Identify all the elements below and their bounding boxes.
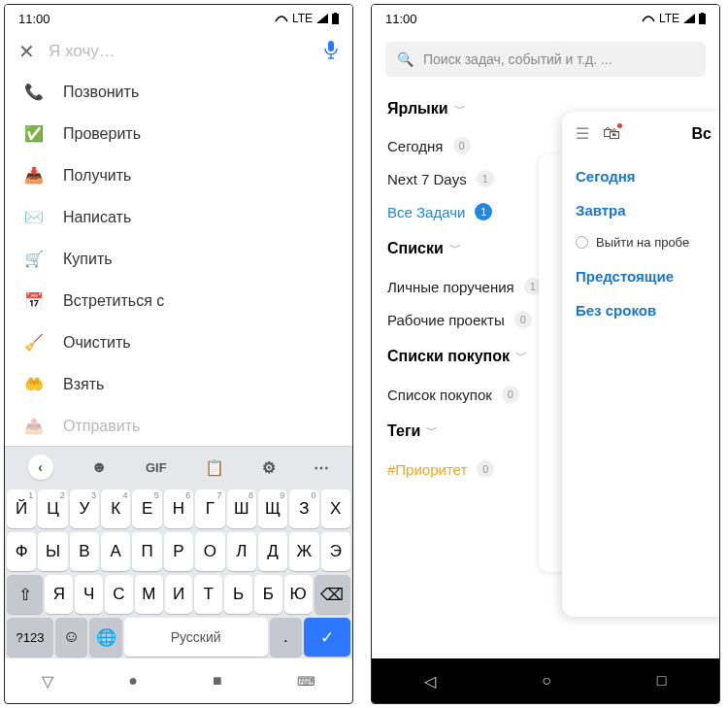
- inbox-icon: 📥: [24, 166, 44, 185]
- android-navbar: ◁ ○ □: [372, 658, 719, 703]
- status-time: 11:00: [18, 12, 50, 26]
- key[interactable]: Й1: [7, 489, 36, 528]
- emoji-key[interactable]: ☺: [55, 618, 87, 657]
- enter-key[interactable]: ✓: [304, 618, 350, 657]
- back-icon[interactable]: ▽: [42, 672, 53, 691]
- close-icon[interactable]: ✕: [18, 40, 35, 63]
- suggestion-item[interactable]: 🤲Взять: [5, 363, 352, 405]
- task-item[interactable]: Выйти на пробе: [576, 227, 711, 259]
- status-icons: LTE: [275, 12, 339, 25]
- cart-icon: 🛒: [24, 250, 44, 268]
- shift-key[interactable]: ⇧: [7, 575, 43, 614]
- filter-nodate[interactable]: Без сроков: [576, 293, 711, 327]
- gear-icon[interactable]: ⚙: [262, 458, 276, 477]
- sticker-icon[interactable]: ☻: [91, 458, 108, 476]
- task-input[interactable]: Я хочу…: [49, 42, 310, 61]
- globe-key[interactable]: 🌐: [89, 618, 121, 657]
- key[interactable]: К4: [101, 489, 130, 528]
- home-icon[interactable]: ○: [542, 672, 551, 690]
- key[interactable]: Ш8: [227, 489, 256, 528]
- basket-icon[interactable]: 🛍: [603, 123, 620, 144]
- key[interactable]: Г7: [195, 489, 224, 528]
- suggestion-item[interactable]: 📅Встретиться с: [5, 280, 352, 321]
- svg-rect-1: [334, 13, 337, 14]
- key[interactable]: Ч: [75, 575, 103, 614]
- keyboard: ‹ ☻ GIF 📋 ⚙ ⋯ Й1 Ц2 У3 К4 Е5 Н6 Г7 Ш8 Щ9…: [5, 446, 352, 658]
- status-icons: LTE: [642, 12, 706, 25]
- key[interactable]: Р: [164, 532, 193, 571]
- mail-icon: ✉️: [24, 208, 44, 226]
- key[interactable]: Д: [258, 532, 287, 571]
- key[interactable]: П: [132, 532, 161, 571]
- space-key[interactable]: Русский: [124, 618, 268, 657]
- key[interactable]: З0: [289, 489, 318, 528]
- key[interactable]: М: [135, 575, 163, 614]
- suggestion-item[interactable]: 🧹Очистить: [5, 321, 352, 363]
- recent-icon[interactable]: ■: [213, 672, 222, 690]
- filter-today[interactable]: Сегодня: [576, 159, 711, 193]
- key[interactable]: Е5: [132, 489, 161, 528]
- recent-icon[interactable]: □: [657, 672, 667, 690]
- key[interactable]: С: [105, 575, 133, 614]
- key[interactable]: У3: [70, 489, 99, 528]
- key[interactable]: Э: [321, 532, 350, 571]
- phone-left: 11:00 LTE ✕ Я хочу… 📞Позвонить ✅Проверит…: [4, 4, 353, 704]
- phone-icon: 📞: [24, 83, 44, 101]
- symbols-key[interactable]: ?123: [7, 618, 53, 657]
- filter-icon[interactable]: ☰: [576, 124, 589, 143]
- search-bar[interactable]: 🔍 Поиск задач, событий и т.д. ...: [385, 42, 706, 77]
- key[interactable]: Я: [45, 575, 73, 614]
- svg-rect-4: [701, 13, 704, 14]
- key[interactable]: Ы: [38, 532, 67, 571]
- key[interactable]: Ж: [289, 532, 318, 571]
- suggestion-item[interactable]: ✅Проверить: [5, 113, 352, 154]
- clipboard-icon[interactable]: 📋: [205, 458, 224, 477]
- filter-upcoming[interactable]: Предстоящие: [576, 259, 711, 293]
- phone-right: 11:00 LTE 🔍 Поиск задач, событий и т.д. …: [371, 4, 720, 704]
- key[interactable]: Х: [321, 489, 350, 528]
- title-cut: Вс: [692, 125, 711, 143]
- period-key[interactable]: .: [270, 618, 302, 657]
- key[interactable]: О: [195, 532, 224, 571]
- suggestion-item[interactable]: ✉️Написать: [5, 196, 352, 238]
- status-bar: 11:00 LTE: [372, 5, 719, 32]
- check-icon: ✅: [24, 124, 44, 143]
- overlay-panel: ☰ 🛍 Вс Сегодня Завтра Выйти на пробе Пре…: [562, 112, 720, 617]
- svg-rect-3: [699, 14, 706, 24]
- home-icon[interactable]: ●: [128, 672, 138, 690]
- key[interactable]: Н6: [164, 489, 193, 528]
- gif-button[interactable]: GIF: [146, 460, 167, 475]
- key[interactable]: Л: [227, 532, 256, 571]
- more-icon[interactable]: ⋯: [314, 458, 329, 477]
- input-row: ✕ Я хочу…: [5, 32, 352, 71]
- suggestion-item[interactable]: 📥Получить: [5, 154, 352, 196]
- keyboard-toggle-icon[interactable]: ⌨: [297, 674, 315, 689]
- suggestion-item[interactable]: 🛒Купить: [5, 238, 352, 280]
- key[interactable]: Б: [254, 575, 282, 614]
- search-placeholder: Поиск задач, событий и т.д. ...: [423, 51, 612, 67]
- key[interactable]: Т: [194, 575, 222, 614]
- broom-icon: 🧹: [24, 333, 44, 352]
- chevron-left-icon[interactable]: ‹: [28, 455, 53, 480]
- status-bar: 11:00 LTE: [5, 5, 352, 32]
- key[interactable]: Ц2: [38, 489, 67, 528]
- suggestion-item[interactable]: 📞Позвонить: [5, 71, 352, 113]
- chevron-down-icon: ﹀: [426, 422, 438, 439]
- status-time: 11:00: [385, 12, 417, 26]
- checkbox-icon[interactable]: [576, 236, 588, 249]
- key[interactable]: А: [101, 532, 130, 571]
- key[interactable]: Щ9: [258, 489, 287, 528]
- back-icon[interactable]: ◁: [424, 672, 436, 691]
- key[interactable]: И: [165, 575, 193, 614]
- key[interactable]: Ь: [224, 575, 252, 614]
- filter-tomorrow[interactable]: Завтра: [576, 193, 711, 227]
- key[interactable]: Ф: [7, 532, 36, 571]
- key[interactable]: Ю: [284, 575, 313, 614]
- suggestion-item[interactable]: 📤Отправить: [5, 405, 352, 446]
- suggestion-list: 📞Позвонить ✅Проверить 📥Получить ✉️Написа…: [5, 71, 352, 446]
- mic-icon[interactable]: [323, 40, 339, 63]
- keyboard-toolbar: ‹ ☻ GIF 📋 ⚙ ⋯: [5, 447, 352, 488]
- android-navbar: ▽ ● ■ ⌨: [5, 658, 352, 703]
- key[interactable]: В: [70, 532, 99, 571]
- backspace-key[interactable]: ⌫: [314, 575, 350, 614]
